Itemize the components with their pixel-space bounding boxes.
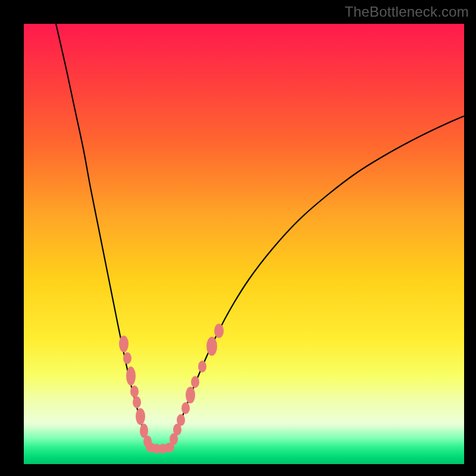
data-dot <box>191 376 199 388</box>
data-dot <box>186 387 195 403</box>
right-curve <box>169 116 464 449</box>
data-dot <box>181 402 190 414</box>
left-curve <box>56 24 150 449</box>
data-dot <box>123 352 131 364</box>
data-dot <box>206 337 217 356</box>
chart-frame: TheBottleneck.com <box>0 0 476 476</box>
data-dot <box>119 336 129 352</box>
data-dot <box>214 324 224 338</box>
plot-area <box>24 24 464 464</box>
data-dot <box>130 386 139 397</box>
data-dot <box>198 361 206 372</box>
data-dot <box>136 408 145 425</box>
data-dot <box>126 367 136 386</box>
watermark-text: TheBottleneck.com <box>345 4 469 20</box>
data-dot <box>133 396 141 408</box>
data-dot <box>177 414 185 426</box>
curves-layer <box>24 24 464 464</box>
data-dots <box>119 324 224 453</box>
